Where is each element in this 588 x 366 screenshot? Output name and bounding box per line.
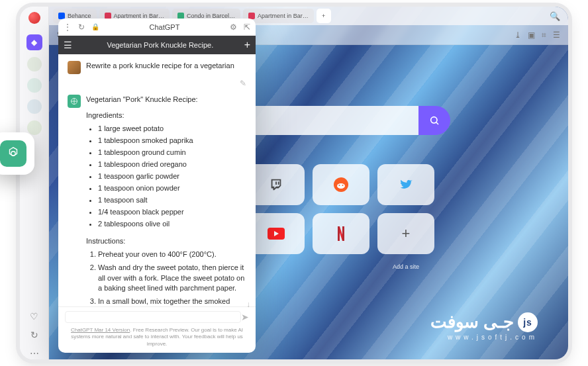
scroll-down-icon[interactable]: ↓: [246, 299, 250, 306]
browser-left-rail: ◆ ♡ ↻ ⋯: [20, 7, 49, 359]
thread-title: Vegetarian Pork Knuckle Recipe.: [76, 41, 244, 49]
tile-caption: Add a site: [377, 262, 434, 270]
download-icon[interactable]: ⤓: [514, 30, 521, 40]
history-icon[interactable]: ↻: [28, 329, 40, 341]
heart-icon[interactable]: ♡: [28, 310, 40, 322]
disclaimer: ChatGPT Mar 14 Version. Free Research Pr…: [58, 324, 256, 353]
new-thread-button[interactable]: +: [244, 39, 250, 51]
chat-scroll[interactable]: Rewrite a pork knuckle recipe for a vege…: [58, 54, 256, 306]
sidebar-app-icon[interactable]: [27, 99, 42, 114]
instruction-item: In a small bowl, mix together the smoked…: [98, 297, 246, 306]
sidebar-app-icon[interactable]: [27, 78, 42, 93]
ingredients-list: 1 large sweet potato1 tablespoon smoked …: [86, 124, 246, 229]
device-frame: ◆ ♡ ↻ ⋯ Behance Apartment in Bar… Condo …: [20, 7, 568, 359]
watermark-text: جـى سوفت: [430, 312, 514, 332]
edit-icon[interactable]: ✎: [240, 78, 246, 89]
chatgpt-panel: ⋮ ↻ 🔒 ChatGPT ⚙ ⇱ ☰ Vegetarian Pork Knuc…: [58, 19, 256, 353]
chatgpt-icon: [0, 140, 26, 167]
ingredient-item: 1 tablespoon dried oregano: [98, 160, 246, 170]
ingredient-item: 1 teaspoon salt: [98, 195, 246, 206]
instructions-list: Preheat your oven to 400°F (200°C).Wash …: [86, 250, 246, 306]
ingredient-item: 1/4 teaspoon black pepper: [98, 207, 246, 218]
watermark: جـى سوفتjs www.jsoftj.com: [430, 312, 538, 341]
send-icon[interactable]: ➤: [241, 312, 249, 322]
user-message-text: Rewrite a pork knuckle recipe for a vege…: [86, 61, 246, 74]
tile-twitch[interactable]: [248, 164, 305, 205]
tile-caption: [248, 262, 305, 270]
ingredient-item: 1 teaspoon onion powder: [98, 183, 246, 194]
reload-icon[interactable]: ↻: [78, 23, 85, 32]
watermark-url: www.jsoftj.com: [430, 334, 538, 341]
svg-point-0: [431, 117, 437, 123]
assistant-avatar-icon: [68, 95, 81, 108]
camera-icon[interactable]: ⌗: [542, 30, 546, 40]
opera-logo-icon: [28, 12, 40, 24]
settings-icon[interactable]: ☰: [553, 30, 560, 40]
svg-rect-7: [338, 226, 340, 241]
tab-label: Apartment in Bar…: [258, 13, 309, 19]
settings-icon[interactable]: ⚙: [230, 23, 237, 32]
snapshot-icon[interactable]: ▣: [528, 30, 535, 40]
panel-thread-header: ☰ Vegetarian Pork Knuckle Recipe. +: [58, 36, 256, 54]
watermark-badge-icon: js: [518, 312, 538, 332]
search-icon[interactable]: 🔍: [550, 11, 560, 21]
disclaimer-link[interactable]: ChatGPT Mar 14 Version: [71, 327, 130, 333]
ingredients-heading: Ingredients:: [86, 111, 246, 121]
sidebar-app-icon[interactable]: [27, 120, 42, 135]
assistant-message: Vegetarian "Pork" Knuckle Recipe: Ingred…: [68, 95, 246, 306]
tile-twitter[interactable]: [377, 164, 434, 205]
svg-point-4: [339, 185, 340, 186]
ingredient-item: 2 tablespoons olive oil: [98, 219, 246, 230]
popout-icon[interactable]: ⇱: [244, 23, 250, 32]
more-icon[interactable]: ⋮: [64, 23, 72, 32]
workspace-button[interactable]: ◆: [26, 34, 42, 50]
svg-point-5: [342, 185, 344, 186]
instructions-heading: Instructions:: [86, 236, 246, 247]
search-button[interactable]: [418, 106, 450, 135]
tile-add-site[interactable]: +: [377, 213, 434, 254]
tile-caption: [313, 262, 369, 270]
svg-point-10: [11, 152, 15, 156]
more-icon[interactable]: ⋯: [28, 347, 40, 359]
menu-icon[interactable]: ☰: [64, 40, 72, 50]
search-icon: [429, 115, 440, 126]
instruction-item: Wash and dry the sweet potato, then pier…: [98, 263, 246, 295]
user-avatar-icon: [68, 61, 81, 74]
tile-youtube[interactable]: [248, 213, 305, 254]
lock-icon: 🔒: [91, 23, 99, 30]
tile-netflix[interactable]: [313, 213, 369, 254]
ingredient-item: 1 teaspoon garlic powder: [98, 171, 246, 182]
chatgpt-fab[interactable]: [0, 132, 34, 175]
instruction-item: Preheat your oven to 400°F (200°C).: [98, 250, 246, 260]
sidebar-app-icon[interactable]: [27, 57, 42, 71]
ingredient-item: 1 large sweet potato: [98, 124, 246, 134]
svg-line-1: [436, 122, 438, 124]
ingredient-item: 1 tablespoon smoked paprika: [98, 136, 246, 146]
ingredient-item: 1 tablespoon ground cumin: [98, 148, 246, 158]
new-tab-button[interactable]: +: [317, 9, 331, 23]
composer: ➤: [58, 306, 256, 324]
panel-site-title: ChatGPT: [150, 23, 180, 31]
user-message: Rewrite a pork knuckle recipe for a vege…: [68, 61, 246, 74]
reply-title: Vegetarian "Pork" Knuckle Recipe:: [86, 95, 246, 105]
panel-mini-toolbar: ⋮ ↻ 🔒 ChatGPT ⚙ ⇱: [58, 19, 256, 36]
svg-rect-8: [342, 226, 344, 241]
svg-point-3: [337, 183, 345, 189]
tile-reddit[interactable]: [313, 164, 369, 205]
message-input[interactable]: [65, 311, 241, 323]
